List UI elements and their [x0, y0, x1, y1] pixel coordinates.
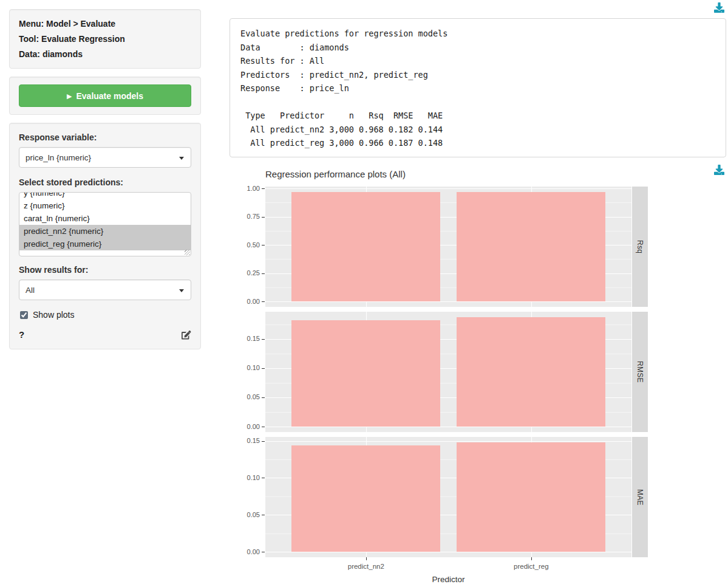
y-tick-mark [262, 368, 265, 369]
facet-strip-label: MAE [636, 489, 644, 506]
help-icon[interactable]: ? [19, 329, 24, 340]
summary-output: Evaluate predictions for regression mode… [230, 18, 726, 157]
y-tick-label: 0.00 [236, 548, 260, 555]
y-tick-mark [262, 478, 265, 478]
facet-panel [265, 187, 631, 307]
bar [291, 192, 440, 301]
response-variable-label: Response variable: [19, 132, 191, 142]
play-icon: ▶ [67, 92, 72, 100]
y-tick-mark [262, 273, 265, 274]
response-variable-value: price_ln {numeric} [26, 153, 91, 162]
y-tick-label: 0.50 [236, 241, 260, 249]
y-tick-label: 0.00 [236, 298, 260, 305]
major-gridline [265, 441, 631, 442]
predictions-list: y {numeric}z {numeric}carat_ln {numeric}… [19, 192, 191, 250]
y-tick-mark [262, 301, 265, 302]
settings-panel: Response variable: price_ln {numeric} Se… [9, 123, 201, 349]
facet-strip-label: RMSE [636, 361, 644, 383]
chart-title: Regression performance plots (All) [265, 169, 406, 179]
show-results-label: Show results for: [19, 265, 191, 275]
predictions-label: Select stored predictions: [19, 177, 191, 187]
y-tick-mark [262, 427, 265, 427]
major-gridline [265, 427, 631, 427]
menu-path: Menu: Model > Evaluate [19, 19, 191, 29]
radiant-evaluate-regression-app: Menu: Model > Evaluate Tool: Evaluate Re… [0, 0, 728, 587]
facet-panel [265, 312, 631, 432]
response-variable-select[interactable]: price_ln {numeric} [19, 147, 191, 168]
download-summary-icon[interactable] [714, 2, 724, 13]
facet-strip: MAE [632, 437, 648, 557]
y-tick-mark [262, 552, 265, 552]
facet-strip: RMSE [632, 312, 648, 432]
context-panel: Menu: Model > Evaluate Tool: Evaluate Re… [9, 9, 201, 69]
major-gridline [265, 301, 631, 302]
bar [457, 442, 605, 552]
chevron-down-icon [179, 289, 184, 292]
y-tick-label: 0.05 [236, 511, 260, 518]
y-tick-label: 0.75 [236, 213, 260, 220]
performance-chart: Regression performance plots (All) 0.000… [230, 164, 727, 587]
dataset-name: Data: diamonds [19, 49, 191, 59]
major-gridline [265, 552, 631, 552]
x-tick-mark [366, 557, 367, 560]
show-plots-label: Show plots [33, 310, 74, 320]
edit-icon[interactable] [182, 330, 191, 340]
resize-handle[interactable] [185, 250, 190, 255]
y-tick-mark [262, 245, 265, 245]
y-tick-label: 1.00 [236, 185, 260, 192]
major-gridline [265, 188, 631, 189]
y-tick-label: 0.05 [236, 393, 260, 400]
y-tick-mark [262, 515, 265, 515]
y-tick-label: 0.10 [236, 474, 260, 481]
x-tick-mark [531, 557, 532, 560]
action-panel: ▶Evaluate models [9, 77, 201, 115]
facet-strip-label: Rsq [636, 240, 644, 253]
show-results-value: All [26, 286, 35, 295]
y-tick-label: 0.10 [236, 364, 260, 371]
prediction-option[interactable]: carat_ln {numeric} [19, 212, 191, 225]
show-results-select[interactable]: All [19, 280, 191, 300]
y-tick-label: 0.15 [236, 335, 260, 342]
bar [457, 317, 605, 427]
prediction-option[interactable]: predict_nn2 {numeric} [19, 225, 191, 238]
sidebar: Menu: Model > Evaluate Tool: Evaluate Re… [9, 9, 201, 357]
show-plots-checkbox[interactable] [20, 311, 28, 319]
predictions-listbox[interactable]: y {numeric}z {numeric}carat_ln {numeric}… [19, 192, 191, 256]
prediction-option[interactable]: z {numeric} [19, 199, 191, 212]
x-tick-label: predict_nn2 [348, 563, 384, 570]
show-plots-row: Show plots [20, 310, 191, 320]
y-tick-label: 0.00 [236, 423, 260, 430]
y-tick-label: 0.25 [236, 269, 260, 276]
y-tick-mark [262, 441, 265, 442]
y-tick-mark [262, 397, 265, 398]
panel-footer: ? [19, 329, 191, 340]
chevron-down-icon [179, 157, 184, 160]
evaluate-models-label: Evaluate models [76, 91, 143, 101]
tool-name: Tool: Evaluate Regression [19, 34, 191, 44]
prediction-option[interactable]: predict_reg {numeric} [19, 238, 191, 250]
y-tick-mark [262, 217, 265, 218]
bar [291, 320, 440, 427]
evaluate-models-button[interactable]: ▶Evaluate models [19, 84, 191, 107]
bar [457, 192, 605, 301]
bar [291, 445, 440, 552]
facet-panel [265, 437, 631, 557]
y-tick-label: 0.15 [236, 437, 260, 444]
x-tick-label: predict_reg [514, 563, 549, 570]
prediction-option[interactable]: y {numeric} [19, 192, 191, 199]
summary-text: Evaluate predictions for regression mode… [240, 27, 715, 150]
y-tick-mark [262, 339, 265, 340]
facet-strip: Rsq [632, 187, 648, 307]
y-tick-mark [262, 188, 265, 189]
x-axis-title: Predictor [432, 575, 464, 584]
